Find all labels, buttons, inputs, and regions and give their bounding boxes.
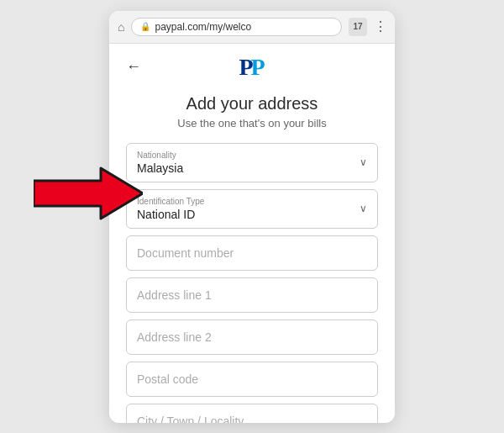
url-text: paypal.com/my/welco — [155, 21, 251, 33]
identification-type-dropdown[interactable]: Identification Type National ID ∨ — [126, 189, 378, 229]
document-number-input[interactable] — [126, 235, 378, 271]
pointing-arrow — [34, 164, 143, 226]
postal-code-input[interactable] — [126, 362, 378, 397]
page-title: Add your address — [126, 94, 378, 114]
browser-window: ⌂ 🔒 paypal.com/my/welco 17 ⋮ ← PP Add yo… — [109, 11, 395, 423]
nationality-chevron-icon: ∨ — [360, 156, 367, 168]
back-button[interactable]: ← — [126, 58, 141, 76]
nationality-value: Malaysia — [137, 161, 367, 175]
paypal-letter: PP — [239, 54, 265, 80]
city-input[interactable] — [126, 404, 378, 423]
nationality-label: Nationality — [137, 150, 367, 160]
form-section: Nationality Malaysia ∨ Identification Ty… — [109, 143, 395, 423]
page-subtitle: Use the one that's on your bills — [126, 117, 378, 129]
home-icon[interactable]: ⌂ — [118, 20, 124, 34]
browser-toolbar: ⌂ 🔒 paypal.com/my/welco 17 ⋮ — [109, 11, 395, 44]
lock-icon: 🔒 — [140, 22, 150, 31]
tab-count[interactable]: 17 — [349, 18, 367, 36]
address-bar[interactable]: 🔒 paypal.com/my/welco — [131, 18, 342, 36]
menu-icon[interactable]: ⋮ — [374, 18, 386, 34]
identification-type-value: National ID — [137, 208, 367, 221]
page-content: ← PP Add your address Use the one that's… — [109, 44, 395, 423]
svg-marker-0 — [34, 168, 143, 219]
paypal-logo: PP — [239, 54, 265, 81]
nationality-dropdown[interactable]: Nationality Malaysia ∨ — [126, 143, 378, 182]
page-header: ← PP — [109, 44, 395, 87]
title-section: Add your address Use the one that's on y… — [109, 87, 395, 143]
address-line2-input[interactable] — [126, 319, 378, 355]
identification-type-label: Identification Type — [137, 197, 367, 206]
address-line1-input[interactable] — [126, 277, 378, 313]
identification-type-chevron-icon: ∨ — [360, 203, 367, 214]
